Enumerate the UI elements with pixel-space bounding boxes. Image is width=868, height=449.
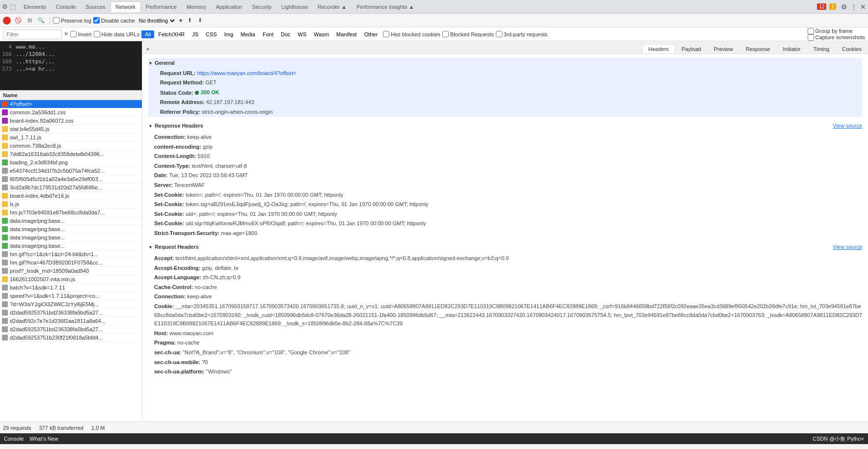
response-headers-title[interactable]: Response Headers View source	[148, 120, 862, 132]
request-row[interactable]: 4?offset=	[0, 100, 142, 108]
filter-btn-css[interactable]: CSS	[202, 30, 220, 38]
capture-screenshots-checkbox[interactable]	[808, 34, 814, 41]
filter-btn-font[interactable]: Font	[259, 30, 277, 38]
request-row[interactable]: common.738a2ec8.js	[0, 142, 142, 150]
response-view-source[interactable]: View source	[833, 122, 862, 131]
tab-timing[interactable]: Timing	[807, 44, 836, 53]
tab-performance[interactable]: Performance	[141, 2, 182, 12]
has-blocked-cookies-checkbox[interactable]	[383, 31, 389, 37]
filter-btn-wasm[interactable]: Wasm	[310, 30, 332, 38]
devtools-icon[interactable]: ⚙	[2, 3, 8, 10]
blocked-requests-checkbox[interactable]	[442, 31, 449, 37]
third-party-label[interactable]: 3rd-party requests	[496, 31, 547, 37]
general-section-header[interactable]: General	[148, 58, 862, 69]
preserve-log-label[interactable]: Preserve log	[53, 17, 91, 24]
third-party-checkbox[interactable]	[496, 31, 502, 37]
invert-checkbox-label[interactable]: Invert	[70, 31, 92, 37]
tab-initiator[interactable]: Initiator	[777, 44, 807, 53]
group-by-frame-checkbox[interactable]	[808, 28, 814, 34]
has-blocked-cookies-label[interactable]: Has blocked cookies	[383, 31, 440, 37]
request-row[interactable]: loading_2.e3d934bf.png	[0, 158, 142, 167]
filter-btn-ws[interactable]: WS	[295, 30, 310, 38]
filter-btn-img[interactable]: Img	[221, 30, 237, 38]
request-row[interactable]: 7dd82a16316ab32c8359debdb04396...	[0, 150, 142, 158]
request-row[interactable]: hm.gif?cc=1&ck=1&cl=24-bit&ds=1...	[0, 250, 142, 259]
request-row[interactable]: common.2a536dd1.css	[0, 108, 142, 117]
request-row[interactable]: 805f605d5cf1b1a02a4e3a5e29df003...	[0, 175, 142, 184]
throttle-select[interactable]: No throttling	[137, 17, 176, 24]
console-status-label[interactable]: Console	[4, 436, 24, 442]
request-headers-title[interactable]: Request Headers View source	[148, 241, 862, 254]
request-row[interactable]: data:image/png;base...	[0, 225, 142, 234]
disable-cache-label[interactable]: Disable cache	[93, 17, 135, 24]
request-row[interactable]: d2dad592c7e7e1d236f2aa1811a8a64...	[0, 317, 142, 325]
request-row[interactable]: hm.gif?hca=467D3B92001F0758&cc...	[0, 259, 142, 267]
settings-icon[interactable]: ⚙	[841, 3, 847, 11]
filter-btn-other[interactable]: Other	[361, 30, 381, 38]
request-row[interactable]: ?d=W3siY2giOi3ZWilCJzYyl6jE5Mj...	[0, 300, 142, 309]
request-row[interactable]: 1662611002507-mta.min.js	[0, 275, 142, 284]
request-row[interactable]: d2dad59253751bd236338fa5bd5a27...	[0, 309, 142, 317]
tab-payload[interactable]: Payload	[675, 44, 707, 53]
request-row[interactable]: stat.b4e55d45.js	[0, 125, 142, 133]
filter-btn-js[interactable]: JS	[189, 30, 202, 38]
preserve-log-checkbox[interactable]	[53, 17, 59, 24]
group-by-frame-label[interactable]: Group by frame	[808, 28, 866, 34]
tab-application[interactable]: Application	[211, 2, 247, 12]
request-row[interactable]: board-index.4dbd7e16.js	[0, 192, 142, 200]
request-row[interactable]: e54374ccf134d1f7b2c5b075a74fca52...	[0, 167, 142, 175]
request-row[interactable]: d2dad59253751b230f21f0818a5bfd4...	[0, 334, 142, 342]
invert-checkbox[interactable]	[70, 31, 77, 37]
export-har-button[interactable]: ⬇	[196, 16, 204, 25]
tab-cookies[interactable]: Cookies	[836, 44, 868, 53]
request-row[interactable]: data:image/png;base...	[0, 217, 142, 225]
request-row[interactable]: data:image/png;base...	[0, 242, 142, 250]
request-row[interactable]: batch?v=1&sdk=1.7.11	[0, 284, 142, 292]
request-row[interactable]: hm.js?703e94591e87be68cc8da0da7...	[0, 209, 142, 217]
request-row[interactable]: owl_1.7.11.js	[0, 133, 142, 142]
tab-memory[interactable]: Memory	[182, 2, 211, 12]
whats-new-label[interactable]: What's New	[29, 436, 58, 442]
import-har-button[interactable]: ⬆	[186, 16, 194, 25]
clear-button[interactable]: 🚫	[13, 16, 24, 25]
tab-console[interactable]: Console	[51, 2, 81, 12]
tab-preview[interactable]: Preview	[707, 44, 739, 53]
throttle-icon[interactable]: ▼	[178, 18, 184, 24]
filter-input[interactable]	[3, 29, 62, 39]
filter-btn-doc[interactable]: Doc	[277, 30, 294, 38]
tab-response[interactable]: Response	[739, 44, 777, 53]
hide-data-urls-label[interactable]: Hide data URLs	[94, 31, 140, 37]
request-view-source[interactable]: View source	[833, 243, 862, 252]
tab-headers[interactable]: Headers	[642, 44, 676, 53]
more-options-icon[interactable]: ⋮	[850, 3, 857, 11]
capture-screenshots-label[interactable]: Capture screenshots	[808, 34, 866, 41]
search-network-button[interactable]: 🔍	[36, 16, 47, 25]
filter-toggle-button[interactable]: ⊟	[26, 16, 34, 25]
filter-btn-media[interactable]: Media	[237, 30, 259, 38]
detail-close-button[interactable]: ×	[143, 45, 152, 53]
tab-perf-insights[interactable]: Performance insights ▲	[352, 2, 419, 12]
request-row[interactable]: 3cd2a9b7dc179531d20d27a5fd686e...	[0, 184, 142, 192]
filter-btn-all[interactable]: All	[141, 30, 154, 38]
tab-recorder[interactable]: Recorder ▲	[313, 2, 352, 12]
hide-data-urls-checkbox[interactable]	[94, 31, 100, 37]
request-row[interactable]: speed?v=1&sdk=1.7.11&project=co...	[0, 292, 142, 300]
request-row[interactable]: data:image/png;base...	[0, 234, 142, 242]
filter-clear-icon[interactable]: ✕	[64, 31, 68, 37]
blocked-requests-label[interactable]: Blocked Requests	[442, 31, 494, 37]
request-row[interactable]: prod?_lxsdk_rnd=18509a0ad940	[0, 267, 142, 275]
filter-btn-manifest[interactable]: Manifest	[333, 30, 360, 38]
request-row[interactable]: d2dad59253751bd236338fa5bd5a27...	[0, 325, 142, 334]
tab-lighthouse[interactable]: Lighthouse	[276, 2, 313, 12]
record-button[interactable]	[3, 17, 11, 25]
disable-cache-checkbox[interactable]	[93, 17, 100, 24]
inspect-icon[interactable]: ⬚	[10, 3, 16, 10]
tab-sources[interactable]: Sources	[81, 2, 110, 12]
tab-elements[interactable]: Elements	[19, 2, 51, 12]
tab-network[interactable]: Network	[110, 1, 141, 12]
request-row[interactable]: board-index.92a06072.css	[0, 117, 142, 125]
filter-btn-fetch-xhr[interactable]: Fetch/XHR	[155, 30, 188, 38]
close-devtools-icon[interactable]: ✕	[860, 3, 866, 11]
tab-security[interactable]: Security	[247, 2, 276, 12]
request-row[interactable]: lx.js	[0, 200, 142, 209]
